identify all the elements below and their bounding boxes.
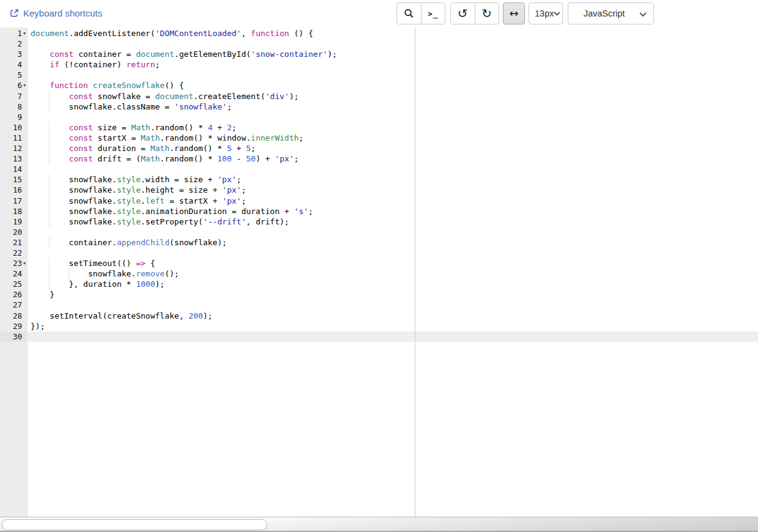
line-number: 17 xyxy=(0,196,22,206)
code-line[interactable]: 30 xyxy=(0,331,758,342)
code-line[interactable]: 25 }, duration * 1000); xyxy=(0,279,758,289)
fold-arrow-icon[interactable]: ▾ xyxy=(22,258,27,268)
indent-guide xyxy=(49,279,50,289)
code-text: snowflake.style.animationDuration = dura… xyxy=(27,206,313,216)
redo-button[interactable]: ↻ xyxy=(475,3,499,24)
code-line[interactable]: 6▾ function createSnowflake() { xyxy=(0,80,758,91)
indent-guide xyxy=(49,216,50,227)
code-line[interactable]: 5 xyxy=(0,70,758,80)
code-line[interactable]: 4 if (!container) return; xyxy=(0,59,758,70)
fold-spacer xyxy=(22,49,27,59)
fold-spacer xyxy=(22,289,27,300)
fit-width-icon: ↔ xyxy=(509,8,518,19)
code-text: snowflake.style.setProperty('--drift', d… xyxy=(27,216,289,227)
fold-spacer xyxy=(22,59,27,70)
fold-arrow-icon[interactable]: ▾ xyxy=(22,80,27,91)
code-line[interactable]: 11 const startX = Math.random() * window… xyxy=(0,133,758,143)
font-size-select[interactable]: 13px xyxy=(529,2,563,24)
code-text xyxy=(27,112,31,122)
fold-spacer xyxy=(22,331,27,342)
fold-spacer xyxy=(22,164,27,174)
pane-divider[interactable] xyxy=(415,28,415,517)
scrollbar-shade xyxy=(256,517,758,532)
code-line[interactable]: 20 xyxy=(0,227,758,237)
code-line[interactable]: 12 const duration = Math.random() * 5 + … xyxy=(0,143,758,153)
code-line[interactable]: 21 container.appendChild(snowflake); xyxy=(0,237,758,248)
fold-spacer xyxy=(22,185,27,195)
indent-guide xyxy=(49,185,50,195)
keyboard-shortcuts-link[interactable]: Keyboard shortcuts xyxy=(10,8,102,18)
code-line[interactable]: 2 xyxy=(0,39,758,49)
console-button[interactable]: >_ xyxy=(421,3,445,24)
fit-width-toggle[interactable]: ↔ xyxy=(503,2,525,24)
code-text: const startX = Math.random() * window.in… xyxy=(27,133,303,143)
search-button[interactable] xyxy=(397,3,421,24)
language-select[interactable]: JavaScript xyxy=(568,2,654,24)
code-text: container.appendChild(snowflake); xyxy=(27,237,227,248)
fold-spacer xyxy=(22,268,27,279)
indent-guide xyxy=(49,196,50,206)
code-text xyxy=(27,39,31,49)
chevron-down-icon xyxy=(639,12,647,17)
code-line[interactable]: 10 const size = Math.random() * 4 + 2; xyxy=(0,122,758,133)
code-text: }); xyxy=(27,321,45,331)
code-text xyxy=(27,227,31,237)
code-editor[interactable]: 1▾document.addEventListener('DOMContentL… xyxy=(0,28,758,517)
indent-guide xyxy=(49,122,50,133)
line-number: 28 xyxy=(0,311,22,321)
line-number: 2 xyxy=(0,39,22,49)
search-icon xyxy=(403,8,415,20)
code-line[interactable]: 3 const container = document.getElementB… xyxy=(0,49,758,59)
indent-guide xyxy=(49,91,50,102)
code-line[interactable]: 9 xyxy=(0,112,758,122)
code-line[interactable]: 1▾document.addEventListener('DOMContentL… xyxy=(0,28,758,39)
code-line[interactable]: 27 xyxy=(0,300,758,310)
line-number: 30 xyxy=(0,331,22,342)
indent-guide xyxy=(49,143,50,153)
code-line[interactable]: 26 } xyxy=(0,289,758,300)
fold-arrow-icon[interactable]: ▾ xyxy=(22,28,27,39)
indent-guide xyxy=(49,153,50,164)
fold-spacer xyxy=(22,248,27,258)
code-line[interactable]: 18 snowflake.style.animationDuration = d… xyxy=(0,206,758,216)
line-number: 23 xyxy=(0,258,22,268)
code-line[interactable]: 22 xyxy=(0,248,758,258)
undo-button[interactable]: ↺ xyxy=(451,3,475,24)
fold-spacer xyxy=(22,321,27,331)
line-number: 21 xyxy=(0,237,22,248)
horizontal-scrollbar-track[interactable] xyxy=(0,517,758,532)
line-number: 12 xyxy=(0,143,22,153)
line-number: 24 xyxy=(0,268,22,279)
code-line[interactable]: 15 snowflake.style.width = size + 'px'; xyxy=(0,174,758,185)
code-line[interactable]: 17 snowflake.style.left = startX + 'px'; xyxy=(0,196,758,206)
fold-spacer xyxy=(22,102,27,112)
fold-spacer xyxy=(22,216,27,227)
line-number: 14 xyxy=(0,164,22,174)
code-line[interactable]: 23▾ setTimeout(() => { xyxy=(0,258,758,268)
code-line[interactable]: 29}); xyxy=(0,321,758,331)
language-value: JavaScript xyxy=(568,9,640,18)
code-line[interactable]: 13 const drift = (Math.random() * 100 - … xyxy=(0,153,758,164)
fold-spacer xyxy=(22,279,27,289)
code-line[interactable]: 24 snowflake.remove(); xyxy=(0,268,758,279)
code-line[interactable]: 16 snowflake.style.height = size + 'px'; xyxy=(0,185,758,195)
line-number: 15 xyxy=(0,174,22,185)
code-line[interactable]: 7 const snowflake = document.createEleme… xyxy=(0,91,758,102)
fold-spacer xyxy=(22,143,27,153)
fold-spacer xyxy=(22,153,27,164)
code-text: }, duration * 1000); xyxy=(27,279,165,289)
external-link-icon xyxy=(10,9,19,18)
line-number: 4 xyxy=(0,59,22,70)
code-line[interactable]: 14 xyxy=(0,164,758,174)
code-line[interactable]: 19 snowflake.style.setProperty('--drift'… xyxy=(0,216,758,227)
code-line[interactable]: 28 setInterval(createSnowflake, 200); xyxy=(0,311,758,321)
code-text: snowflake.style.left = startX + 'px'; xyxy=(27,196,246,206)
line-number: 26 xyxy=(0,289,22,300)
line-number: 27 xyxy=(0,300,22,310)
code-text: const size = Math.random() * 4 + 2; xyxy=(27,122,237,133)
code-text: const snowflake = document.createElement… xyxy=(27,91,299,102)
horizontal-scrollbar-thumb[interactable] xyxy=(2,519,267,530)
code-line[interactable]: 8 snowflake.className = 'snowflake'; xyxy=(0,102,758,112)
fold-spacer xyxy=(22,70,27,80)
fold-spacer xyxy=(22,133,27,143)
